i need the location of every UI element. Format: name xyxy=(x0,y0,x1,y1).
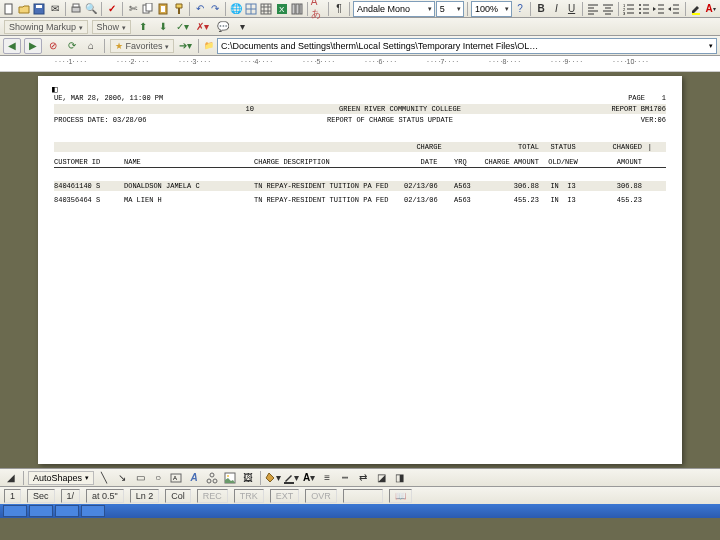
redo-icon[interactable]: ↷ xyxy=(208,1,222,17)
svg-rect-3 xyxy=(72,7,80,12)
refresh-icon[interactable]: ⟳ xyxy=(64,38,80,54)
svg-rect-2 xyxy=(36,5,42,8)
report-page: ◧ UE, MAR 28, 2006, 11:00 PM PAGE 1 10 G… xyxy=(38,76,682,464)
textbox-icon[interactable]: A xyxy=(168,470,184,486)
columns-icon[interactable] xyxy=(290,1,304,17)
sb-ln: Ln 2 xyxy=(130,489,160,503)
para-icon[interactable]: ¶ xyxy=(332,1,346,17)
svg-rect-9 xyxy=(178,8,180,14)
page-corner-icon: ◧ xyxy=(52,84,57,95)
arrow-style-icon[interactable]: ⇄ xyxy=(355,470,371,486)
tables-icon[interactable] xyxy=(244,1,258,17)
align-center-icon[interactable] xyxy=(601,1,615,17)
align-left-icon[interactable] xyxy=(586,1,600,17)
document-area: ◧ UE, MAR 28, 2006, 11:00 PM PAGE 1 10 G… xyxy=(0,72,720,468)
svg-point-39 xyxy=(639,8,641,10)
open-icon[interactable] xyxy=(17,1,31,17)
3d-icon[interactable]: ◨ xyxy=(391,470,407,486)
print-icon[interactable] xyxy=(69,1,83,17)
underline-icon[interactable]: U xyxy=(564,1,578,17)
task-item[interactable] xyxy=(55,505,79,517)
undo-icon[interactable]: ↶ xyxy=(193,1,207,17)
showing-markup-label: Showing Markup ▾ xyxy=(4,20,88,34)
oval-icon[interactable]: ○ xyxy=(150,470,166,486)
reject-icon[interactable]: ✗▾ xyxy=(195,19,211,35)
table-row: 840356464 SMA LIEN HTN REPAY-RESIDENT TU… xyxy=(54,196,666,204)
drawing-icon[interactable]: Aあ xyxy=(311,1,325,17)
copy-icon[interactable] xyxy=(141,1,155,17)
font-color-icon[interactable]: A▾ xyxy=(704,1,718,17)
home-icon[interactable]: ⌂ xyxy=(83,38,99,54)
dash-style-icon[interactable]: ┅ xyxy=(337,470,353,486)
sb-lang xyxy=(343,489,383,503)
comment-icon[interactable]: 💬 xyxy=(215,19,231,35)
clipart-icon[interactable] xyxy=(222,470,238,486)
insert-table-icon[interactable] xyxy=(259,1,273,17)
font-color2-icon[interactable]: A▾ xyxy=(301,470,317,486)
ruler: · · · ·1· · · ·· · · ·2· · · ·· · · ·3· … xyxy=(0,56,720,72)
excel-icon[interactable]: X xyxy=(274,1,288,17)
bullet-list-icon[interactable] xyxy=(637,1,651,17)
autoshapes-button[interactable]: AutoShapes ▾ xyxy=(28,471,94,485)
svg-rect-6 xyxy=(146,3,152,11)
cut-icon[interactable]: ✄ xyxy=(126,1,140,17)
rect-icon[interactable]: ▭ xyxy=(132,470,148,486)
numbered-list-icon[interactable]: 123 xyxy=(622,1,636,17)
draw-menu-icon[interactable]: ◢ xyxy=(3,470,19,486)
highlight-icon[interactable] xyxy=(688,1,702,17)
arrow-icon[interactable]: ↘ xyxy=(114,470,130,486)
help-icon[interactable]: ? xyxy=(513,1,527,17)
highlight2-icon[interactable]: ▾ xyxy=(235,19,251,35)
stop-icon[interactable]: ⊘ xyxy=(45,38,61,54)
mail-icon[interactable]: ✉ xyxy=(48,1,62,17)
line-icon[interactable]: ╲ xyxy=(96,470,112,486)
diagram-icon[interactable] xyxy=(204,470,220,486)
sb-sec: Sec xyxy=(27,489,55,503)
show-dropdown[interactable]: Show ▾ xyxy=(92,20,131,34)
svg-rect-0 xyxy=(5,4,12,14)
line-style-icon[interactable]: ≡ xyxy=(319,470,335,486)
font-dropdown[interactable]: Andale Mono xyxy=(353,1,435,17)
col-name: NAME xyxy=(124,158,254,166)
task-item[interactable] xyxy=(29,505,53,517)
fill-color-icon[interactable]: ▾ xyxy=(265,470,281,486)
paste-icon[interactable] xyxy=(156,1,170,17)
go-icon[interactable]: ➔▾ xyxy=(177,38,193,54)
wordart-icon[interactable]: A xyxy=(186,470,202,486)
zoom-dropdown[interactable]: 100% xyxy=(471,1,512,17)
forward-button[interactable]: ▶ xyxy=(24,38,42,54)
task-item[interactable] xyxy=(3,505,27,517)
svg-point-52 xyxy=(210,473,214,477)
outdent-icon[interactable] xyxy=(652,1,666,17)
sb-col: Col xyxy=(165,489,191,503)
sb-ext: EXT xyxy=(270,489,300,503)
task-item[interactable] xyxy=(81,505,105,517)
favorites-button[interactable]: ★ Favorites ▾ xyxy=(110,39,174,53)
report-code: REPORT BM1706 xyxy=(546,105,666,113)
format-painter-icon[interactable] xyxy=(172,1,186,17)
next-change-icon[interactable]: ⬇ xyxy=(155,19,171,35)
new-doc-icon[interactable] xyxy=(2,1,16,17)
address-input[interactable]: C:\Documents and Settings\therm\Local Se… xyxy=(217,38,717,54)
report-dateline: UE, MAR 28, 2006, 11:00 PM xyxy=(54,94,234,102)
spell-icon[interactable]: ✓ xyxy=(105,1,119,17)
col-customer-id: CUSTOMER ID xyxy=(54,158,124,166)
svg-rect-4 xyxy=(73,4,79,7)
sb-secv: 1/ xyxy=(61,489,81,503)
back-button[interactable]: ◀ xyxy=(3,38,21,54)
italic-icon[interactable]: I xyxy=(549,1,563,17)
shadow-icon[interactable]: ◪ xyxy=(373,470,389,486)
sb-book-icon: 📖 xyxy=(389,489,412,503)
picture-icon[interactable]: 🖼 xyxy=(240,470,256,486)
bold-icon[interactable]: B xyxy=(534,1,548,17)
preview-icon[interactable]: 🔍 xyxy=(84,1,98,17)
line-color-icon[interactable]: ▾ xyxy=(283,470,299,486)
save-icon[interactable] xyxy=(32,1,46,17)
hyperlink-icon[interactable]: 🌐 xyxy=(229,1,243,17)
accept-icon[interactable]: ✓▾ xyxy=(175,19,191,35)
size-dropdown[interactable]: 5 xyxy=(436,1,465,17)
prev-change-icon[interactable]: ⬆ xyxy=(135,19,151,35)
svg-rect-49 xyxy=(692,13,700,15)
indent-icon[interactable] xyxy=(667,1,681,17)
svg-point-41 xyxy=(639,12,641,14)
